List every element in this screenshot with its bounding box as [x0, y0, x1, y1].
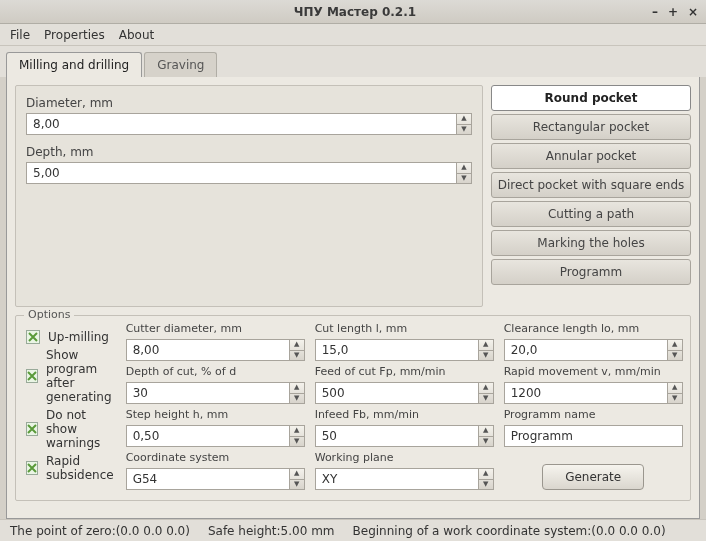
program-name-input[interactable] — [504, 425, 683, 447]
diameter-input[interactable]: ▲▼ — [26, 113, 472, 135]
spin-down-icon[interactable]: ▼ — [290, 394, 304, 404]
cutter-diameter-input[interactable]: ▲▼ — [126, 339, 305, 361]
op-programm[interactable]: Programm — [491, 259, 691, 285]
spin-up-icon[interactable]: ▲ — [668, 340, 682, 351]
status-safe-height: Safe height:5.00 mm — [208, 524, 335, 538]
check-show-program[interactable]: Show program after generating — [26, 348, 116, 404]
tab-graving[interactable]: Graving — [144, 52, 217, 77]
statusbar: The point of zero:(0.0 0.0 0.0) Safe hei… — [0, 519, 706, 541]
menu-about[interactable]: About — [119, 28, 154, 42]
cut-length-input[interactable]: ▲▼ — [315, 339, 494, 361]
spin-up-icon[interactable]: ▲ — [457, 163, 471, 174]
check-up-milling[interactable]: Up-milling — [26, 330, 116, 344]
options-legend: Options — [24, 308, 74, 321]
checkbox-icon — [26, 422, 38, 436]
tab-panel: Diameter, mm ▲▼ Depth, mm ▲▼ Round pocke… — [6, 77, 700, 519]
infeed-label: Infeed Fb, mm/min — [315, 408, 494, 421]
op-round-pocket[interactable]: Round pocket — [491, 85, 691, 111]
diameter-field[interactable] — [26, 113, 456, 135]
infeed-input[interactable]: ▲▼ — [315, 425, 494, 447]
shape-params-panel: Diameter, mm ▲▼ Depth, mm ▲▼ — [15, 85, 483, 307]
status-zero: The point of zero:(0.0 0.0 0.0) — [10, 524, 190, 538]
step-height-input[interactable]: ▲▼ — [126, 425, 305, 447]
spin-down-icon[interactable]: ▼ — [479, 480, 493, 490]
spin-up-icon[interactable]: ▲ — [290, 469, 304, 480]
minimize-button[interactable]: – — [652, 5, 658, 19]
check-label: Show program after generating — [46, 348, 116, 404]
working-plane-select[interactable]: ▲▼ — [315, 468, 494, 490]
op-cutting-path[interactable]: Cutting a path — [491, 201, 691, 227]
cutter-diameter-label: Cutter diameter, mm — [126, 322, 305, 335]
spin-down-icon[interactable]: ▼ — [290, 480, 304, 490]
spin-up-icon[interactable]: ▲ — [479, 469, 493, 480]
check-label: Up-milling — [48, 330, 109, 344]
op-rect-pocket[interactable]: Rectangular pocket — [491, 114, 691, 140]
step-height-label: Step height h, mm — [126, 408, 305, 421]
cut-length-label: Cut length l, mm — [315, 322, 494, 335]
clearance-input[interactable]: ▲▼ — [504, 339, 683, 361]
spin-up-icon[interactable]: ▲ — [457, 114, 471, 125]
menu-properties[interactable]: Properties — [44, 28, 105, 42]
diameter-label: Diameter, mm — [26, 96, 472, 110]
window-controls: – + × — [652, 5, 698, 19]
feed-rate-label: Feed of cut Fp, mm/min — [315, 365, 494, 378]
checkbox-icon — [26, 330, 40, 344]
depth-field[interactable] — [26, 162, 456, 184]
titlebar: ЧПУ Мастер 0.2.1 – + × — [0, 0, 706, 24]
spin-down-icon[interactable]: ▼ — [479, 437, 493, 447]
depth-label: Depth, mm — [26, 145, 472, 159]
menubar: File Properties About — [0, 24, 706, 46]
clearance-label: Clearance length lo, mm — [504, 322, 683, 335]
tabbar: Milling and drilling Graving — [0, 46, 706, 77]
maximize-button[interactable]: + — [668, 5, 678, 19]
spin-down-icon[interactable]: ▼ — [668, 394, 682, 404]
check-label: Do not show warnings — [46, 408, 116, 450]
feed-rate-input[interactable]: ▲▼ — [315, 382, 494, 404]
window-title: ЧПУ Мастер 0.2.1 — [58, 5, 652, 19]
operation-list: Round pocket Rectangular pocket Annular … — [491, 85, 691, 307]
spin-down-icon[interactable]: ▼ — [457, 174, 471, 184]
rapid-movement-label: Rapid movement v, mm/min — [504, 365, 683, 378]
spin-up-icon[interactable]: ▲ — [479, 426, 493, 437]
spin-up-icon[interactable]: ▲ — [290, 426, 304, 437]
rapid-movement-input[interactable]: ▲▼ — [504, 382, 683, 404]
status-origin: Beginning of a work coordinate system:(0… — [353, 524, 666, 538]
options-fieldset: Options Up-milling Show program after ge… — [15, 315, 691, 501]
spin-down-icon[interactable]: ▼ — [457, 125, 471, 135]
op-marking-holes[interactable]: Marking the holes — [491, 230, 691, 256]
depth-of-cut-label: Depth of cut, % of d — [126, 365, 305, 378]
check-rapid-subsidence[interactable]: Rapid subsidence — [26, 454, 116, 482]
working-plane-label: Working plane — [315, 451, 494, 464]
coord-system-select[interactable]: ▲▼ — [126, 468, 305, 490]
spin-down-icon[interactable]: ▼ — [290, 351, 304, 361]
depth-input[interactable]: ▲▼ — [26, 162, 472, 184]
check-label: Rapid subsidence — [46, 454, 116, 482]
spin-up-icon[interactable]: ▲ — [479, 340, 493, 351]
program-name-label: Programm name — [504, 408, 683, 421]
tab-milling[interactable]: Milling and drilling — [6, 52, 142, 77]
checkbox-icon — [26, 461, 38, 475]
generate-button[interactable]: Generate — [542, 464, 644, 490]
close-button[interactable]: × — [688, 5, 698, 19]
menu-file[interactable]: File — [10, 28, 30, 42]
spin-up-icon[interactable]: ▲ — [479, 383, 493, 394]
spin-down-icon[interactable]: ▼ — [479, 394, 493, 404]
checkbox-icon — [26, 369, 38, 383]
op-direct-pocket[interactable]: Direct pocket with square ends — [491, 172, 691, 198]
spin-down-icon[interactable]: ▼ — [290, 437, 304, 447]
spin-down-icon[interactable]: ▼ — [668, 351, 682, 361]
spin-down-icon[interactable]: ▼ — [479, 351, 493, 361]
spin-up-icon[interactable]: ▲ — [290, 383, 304, 394]
op-annular-pocket[interactable]: Annular pocket — [491, 143, 691, 169]
coord-system-label: Coordinate system — [126, 451, 305, 464]
spin-up-icon[interactable]: ▲ — [290, 340, 304, 351]
check-no-warnings[interactable]: Do not show warnings — [26, 408, 116, 450]
depth-of-cut-input[interactable]: ▲▼ — [126, 382, 305, 404]
spin-up-icon[interactable]: ▲ — [668, 383, 682, 394]
